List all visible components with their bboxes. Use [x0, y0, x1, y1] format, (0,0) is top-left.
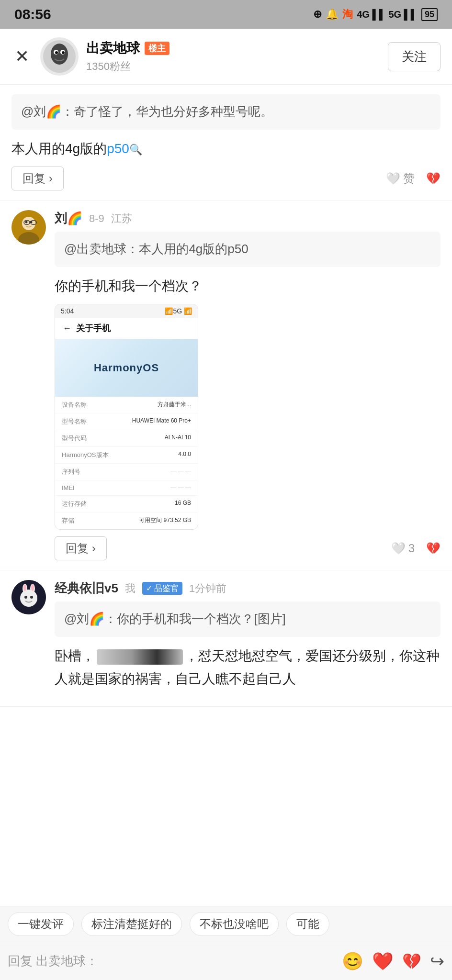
info-row-4: 序列号 — — — [55, 464, 198, 480]
close-button[interactable]: ✕ [11, 46, 33, 67]
username-text: 出卖地球 [86, 39, 140, 57]
liu-avatar [11, 210, 46, 245]
status-bar: 08:56 ⊕ 🔔 淘 4G ▌▌ 5G ▌▌ 95 [0, 0, 452, 29]
screenshot-statusbar: 5:04 📶5G 📶 [55, 304, 198, 318]
second-like-icon[interactable]: 🤍 3 [391, 542, 415, 555]
fans-count: 1350粉丝 [86, 59, 380, 74]
owner-badge: 楼主 [145, 42, 170, 55]
second-action-icons: 🤍 3 💔 [391, 542, 441, 555]
first-action-icons: 🤍 赞 💔 [386, 171, 441, 186]
second-heart-icon: 🤍 [391, 542, 406, 555]
info-row-7: 存储 可用空间 973.52 GB [55, 512, 198, 529]
first-reply-button[interactable]: 回复 › [11, 167, 64, 190]
screenshot-header: ← 关于手机 [55, 318, 198, 339]
third-comment-body: 经典依旧v5 我 ✓ 品鉴官 1分钟前 @刘🌈：你的手机和我一个档次？[图片] … [55, 580, 441, 697]
censored-content [97, 649, 183, 665]
emoji-button[interactable]: 😊 [342, 951, 363, 971]
classic-avatar [11, 580, 46, 614]
screenshot-hero: HarmonyOS [55, 339, 198, 397]
header-row: ✕ 出卖地球 楼主 1350粉丝 关注 [0, 29, 452, 85]
input-bar: 回复 出卖地球： 😊 ❤️ 💔 ↪ [0, 942, 452, 980]
first-quote: @刘🌈：奇了怪了，华为也分好多种型号呢。 [11, 94, 441, 130]
heart-outline-icon: 🤍 [386, 172, 400, 185]
info-row-6: 运行存储 16 GB [55, 496, 198, 512]
second-comment-meta: 刘🌈 8-9 江苏 [55, 210, 441, 227]
avatar [40, 37, 79, 76]
second-date: 8-9 [89, 212, 104, 225]
first-comment-text: 本人用的4g版的p50🔍 [11, 137, 441, 160]
svg-point-21 [31, 584, 34, 591]
quick-reply-2[interactable]: 不标也没啥吧 [190, 912, 279, 936]
info-row-2: 型号代码 ALN-AL10 [55, 430, 198, 447]
third-self-label: 我 [125, 581, 136, 596]
battery-icon: 95 [421, 8, 438, 21]
main-content: ✕ 出卖地球 楼主 1350粉丝 关注 @刘🌈：奇 [0, 29, 452, 980]
svg-point-9 [25, 221, 28, 223]
second-comment-block: 刘🌈 8-9 江苏 @出卖地球：本人用的4g版的p50 你的手机和我一个档次？ … [0, 200, 452, 570]
svg-point-18 [24, 596, 27, 599]
notification-icon: 🔔 [326, 8, 339, 21]
third-user-badge: ✓ 品鉴官 [142, 582, 182, 595]
user-info: 出卖地球 楼主 1350粉丝 [86, 39, 380, 74]
like-icon[interactable]: 🤍 赞 [386, 171, 415, 186]
third-comment-meta: 经典依旧v5 我 ✓ 品鉴官 1分钟前 [55, 580, 441, 597]
broken-heart-button[interactable]: 💔 [402, 952, 421, 970]
second-reply-button[interactable]: 回复 › [55, 536, 107, 560]
svg-point-4 [55, 51, 58, 54]
share-button[interactable]: ↪ [430, 951, 444, 971]
svg-point-5 [62, 51, 65, 54]
screenshot-back-icon: ← [63, 323, 71, 334]
info-row-0: 设备名称 方舟藤于米... [55, 397, 198, 413]
info-row-1: 型号名称 HUAWEI Mate 60 Pro+ [55, 413, 198, 430]
first-comment-block: @刘🌈：奇了怪了，华为也分好多种型号呢。 本人用的4g版的p50🔍 回复 › 🤍… [0, 85, 452, 200]
search-icon-inline: 🔍 [129, 144, 142, 156]
quick-replies-bar: 一键发评 标注清楚挺好的 不标也没啥吧 可能 [0, 906, 452, 942]
second-broken-heart-icon[interactable]: 💔 [426, 542, 441, 555]
network-icon: 4G ▌▌ 5G ▌▌ [357, 9, 418, 20]
screenshot-title: 关于手机 [76, 323, 111, 334]
svg-point-19 [30, 596, 33, 599]
third-time: 1分钟前 [189, 581, 226, 596]
third-comment-block: 经典依旧v5 我 ✓ 品鉴官 1分钟前 @刘🌈：你的手机和我一个档次？[图片] … [0, 570, 452, 707]
third-username: 经典依旧v5 [55, 580, 118, 597]
quick-reply-3[interactable]: 可能 [286, 912, 329, 936]
second-comment-text: 你的手机和我一个档次？ [55, 275, 441, 298]
svg-point-1 [51, 44, 68, 65]
svg-point-20 [23, 584, 26, 591]
badge-check-icon: ✓ [146, 584, 152, 593]
status-icons: ⊕ 🔔 淘 4G ▌▌ 5G ▌▌ 95 [313, 7, 438, 22]
svg-point-17 [20, 590, 37, 607]
third-quote: @刘🌈：你的手机和我一个档次？[图片] [55, 601, 441, 637]
follow-button[interactable]: 关注 [388, 42, 441, 71]
taobao-icon: 淘 [342, 7, 353, 22]
second-comment-body: 刘🌈 8-9 江苏 @出卖地球：本人用的4g版的p50 你的手机和我一个档次？ … [55, 210, 441, 560]
third-comment-text: 卧槽，，怼天怼地怼空气，爱国还分级别，你这种人就是国家的祸害，自己人瞧不起自己人 [55, 645, 441, 690]
second-username: 刘🌈 [55, 210, 82, 227]
quick-reply-0[interactable]: 一键发评 [8, 912, 74, 936]
second-action-row: 回复 › 🤍 3 💔 [55, 536, 441, 560]
quick-reply-1[interactable]: 标注清楚挺好的 [81, 912, 182, 936]
qq-icon: ⊕ [313, 8, 322, 21]
user-name-row: 出卖地球 楼主 [86, 39, 380, 57]
second-location: 江苏 [111, 212, 132, 226]
broken-heart-outline-icon: 💔 [426, 172, 441, 185]
info-row-3: HarmonyOS版本 4.0.0 [55, 447, 198, 464]
phone-screenshot: 5:04 📶5G 📶 ← 关于手机 HarmonyOS 设备名称 方舟藤于米..… [55, 304, 198, 530]
broken-heart-icon[interactable]: 💔 [426, 172, 441, 185]
input-placeholder[interactable]: 回复 出卖地球： [8, 953, 333, 969]
first-action-row: 回复 › 🤍 赞 💔 [11, 167, 441, 190]
screenshot-info: 设备名称 方舟藤于米... 型号名称 HUAWEI Mate 60 Pro+ 型… [55, 397, 198, 529]
status-time: 08:56 [14, 6, 51, 22]
harmonyos-logo: HarmonyOS [94, 362, 159, 374]
heart-button[interactable]: ❤️ [372, 951, 394, 971]
p50-link[interactable]: p50 [107, 141, 129, 156]
info-row-5: IMEI — — — [55, 480, 198, 496]
second-quote: @出卖地球：本人用的4g版的p50 [55, 232, 441, 267]
screenshot-status-icons: 📶5G 📶 [165, 307, 192, 315]
